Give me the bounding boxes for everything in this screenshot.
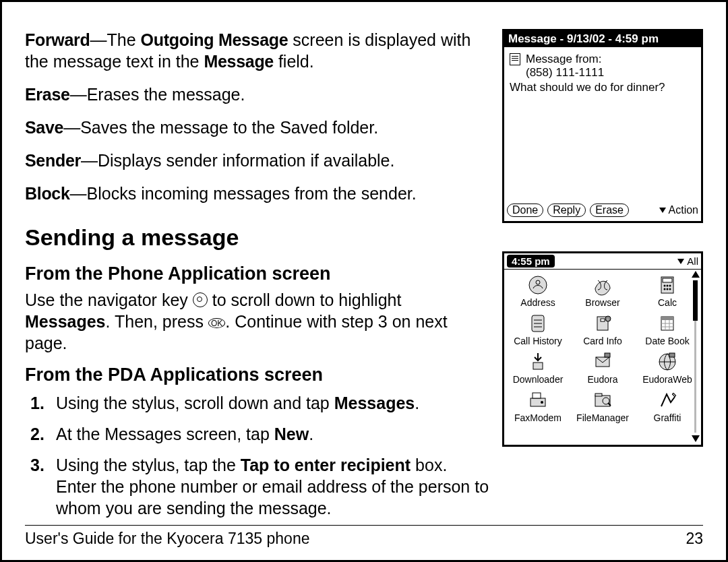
term-forward: Forward	[25, 30, 90, 49]
para-phone-app: Use the navigator key to scroll down to …	[25, 289, 490, 354]
svg-point-9	[669, 288, 671, 290]
bold-outgoing-message: Outgoing Message	[141, 30, 289, 49]
app-faxmodem[interactable]: FaxModem	[506, 389, 570, 423]
app-call-history[interactable]: Call History	[506, 312, 570, 346]
scroll-up-icon	[692, 271, 700, 278]
step-1: 1. Using the stylus, scroll down and tap…	[25, 392, 490, 414]
scroll-down-icon	[692, 435, 700, 442]
svg-rect-24	[533, 363, 543, 369]
app-label: FaxModem	[514, 412, 562, 423]
text: —Blocks incoming messages from the sende…	[70, 184, 417, 203]
app-address[interactable]: Address	[506, 274, 570, 308]
step-number: 3.	[30, 454, 44, 476]
message-body: What should we do for dinner?	[504, 81, 701, 94]
done-button[interactable]: Done	[507, 204, 543, 217]
step-2: 2. At the Messages screen, tap New.	[25, 423, 490, 445]
app-label: Browser	[585, 297, 619, 308]
subheading-phone-app: From the Phone Application screen	[25, 262, 490, 286]
screenshot-message: Message - 9/13/02 - 4:59 pm Message from…	[502, 29, 703, 223]
def-forward: Forward—The Outgoing Message screen is d…	[25, 29, 490, 72]
ok-key-icon: OK	[208, 318, 225, 328]
page-content: Forward—The Outgoing Message screen is d…	[25, 29, 703, 528]
step-number: 2.	[30, 423, 44, 445]
chevron-down-icon	[659, 208, 666, 213]
svg-text:i: i	[607, 317, 608, 321]
text: field.	[274, 52, 314, 71]
step-3: 3. Using the stylus, tap the Tap to ente…	[25, 454, 490, 519]
bold-messages: Messages	[25, 312, 106, 331]
heading-sending: Sending a message	[25, 223, 490, 253]
screenshot-column: Message - 9/13/02 - 4:59 pm Message from…	[502, 29, 703, 528]
text: .	[415, 394, 419, 412]
svg-rect-28	[669, 353, 675, 357]
app-calc[interactable]: Calc	[635, 274, 700, 308]
svg-point-7	[664, 288, 666, 290]
navigator-key-icon	[193, 292, 208, 307]
category-filter[interactable]: All	[677, 255, 698, 267]
bold-tap-recipient: Tap to enter recipient	[241, 456, 411, 474]
launcher-scrollbar[interactable]	[692, 271, 700, 442]
app-label: Address	[520, 297, 555, 308]
svg-point-6	[669, 285, 671, 287]
app-label: Eudora	[587, 374, 617, 385]
app-card-info[interactable]: iCard Info	[570, 312, 635, 346]
message-from-row: Message from: (858) 111-1111	[504, 47, 701, 81]
chevron-down-icon	[677, 259, 684, 264]
message-title-bar: Message - 9/13/02 - 4:59 pm	[504, 31, 701, 47]
app-date-book[interactable]: Date Book	[635, 312, 700, 346]
document-icon	[510, 53, 520, 65]
svg-rect-33	[595, 394, 602, 396]
app-label: Call History	[514, 336, 562, 346]
term-erase: Erase	[25, 85, 70, 104]
def-block: Block—Blocks incoming messages from the …	[25, 183, 490, 204]
text: —Displays sender information if availabl…	[81, 151, 395, 170]
body-text-column: Forward—The Outgoing Message screen is d…	[25, 29, 490, 528]
app-downloader[interactable]: Downloader	[506, 350, 570, 385]
subheading-pda-apps: From the PDA Applications screen	[25, 363, 490, 387]
text: —Saves the message to the Saved folder.	[63, 118, 378, 137]
svg-rect-26	[605, 353, 610, 357]
svg-point-8	[667, 288, 669, 290]
app-label: Calc	[658, 297, 677, 308]
app-label: Date Book	[645, 336, 689, 346]
bold-new: New	[274, 425, 309, 443]
text: —Erases the message.	[70, 85, 245, 104]
app-grid: Address Browser Calc Call History iCard …	[504, 270, 701, 425]
page-number: 23	[686, 530, 703, 548]
app-eudora[interactable]: Eudora	[570, 350, 635, 385]
term-sender: Sender	[25, 151, 81, 170]
svg-rect-3	[663, 278, 672, 282]
page-footer: User's Guide for the Kyocera 7135 phone …	[25, 525, 703, 548]
def-sender: Sender—Displays sender information if av…	[25, 150, 490, 171]
bold-messages: Messages	[334, 394, 415, 412]
app-label: Downloader	[513, 374, 564, 385]
svg-point-31	[541, 401, 543, 404]
message-from-text: Message from: (858) 111-1111	[526, 53, 604, 80]
time-badge: 4:55 pm	[507, 255, 555, 268]
action-label: Action	[669, 204, 698, 216]
filter-label: All	[687, 255, 698, 267]
step-number: 1.	[30, 392, 44, 414]
app-label: FileManager	[576, 412, 629, 423]
term-save: Save	[25, 118, 63, 137]
steps-list: 1. Using the stylus, scroll down and tap…	[25, 392, 490, 519]
erase-button[interactable]: Erase	[590, 204, 629, 217]
reply-button[interactable]: Reply	[547, 204, 586, 217]
action-menu[interactable]: Action	[659, 204, 698, 216]
svg-point-5	[667, 285, 669, 287]
def-save: Save—Saves the message to the Saved fold…	[25, 117, 490, 138]
app-label: EudoraWeb	[642, 374, 692, 385]
app-eudoraweb[interactable]: EudoraWeb	[635, 350, 700, 385]
app-filemanager[interactable]: FileManager	[570, 389, 635, 423]
app-graffiti[interactable]: Graffiti	[635, 389, 700, 423]
bold-message-field: Message	[204, 52, 274, 71]
app-browser[interactable]: Browser	[570, 274, 635, 308]
text: Use the navigator key	[25, 290, 193, 309]
text: At the Messages screen, tap	[56, 425, 274, 443]
message-button-row: Done Reply Erase Action	[507, 204, 698, 217]
svg-point-4	[664, 285, 666, 287]
launcher-status-bar: 4:55 pm All	[504, 253, 701, 270]
footer-title: User's Guide for the Kyocera 7135 phone	[25, 530, 309, 548]
term-block: Block	[25, 184, 70, 203]
screenshot-launcher: 4:55 pm All Address Browser Calc Call Hi…	[502, 251, 703, 447]
